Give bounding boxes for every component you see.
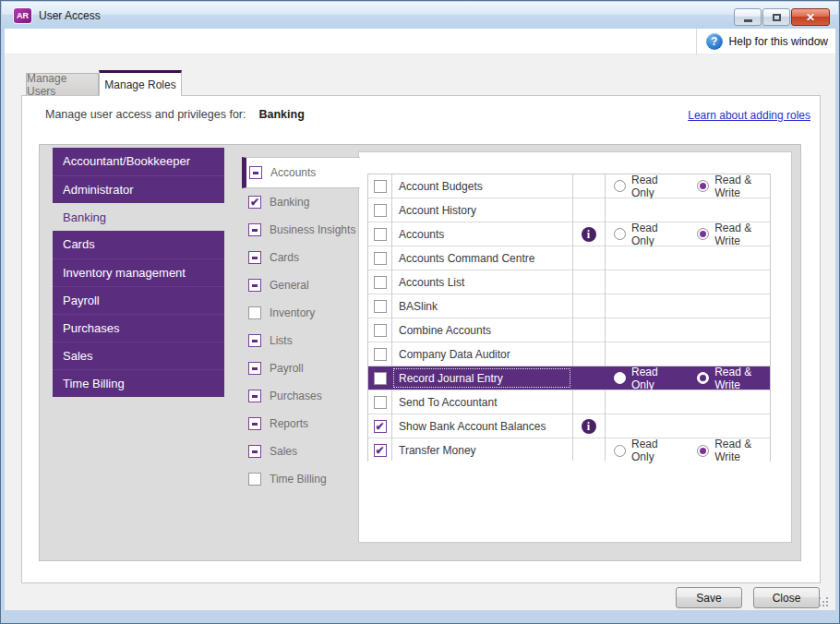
radio-read-write-accounts[interactable]: Read & Write: [697, 222, 770, 247]
radio-read-only-record-journal-entry-icon: [614, 372, 626, 384]
function-access-cell: [605, 390, 770, 414]
function-label: Send To Accountant: [391, 390, 572, 414]
radio-read-write-accounts-label: Read & Write: [714, 222, 770, 247]
category-checkbox-reports[interactable]: [248, 417, 261, 430]
function-row-transfer-money[interactable]: Transfer MoneyRead OnlyRead & Write: [368, 438, 770, 462]
category-item-accounts[interactable]: Accounts: [242, 157, 360, 188]
category-checkbox-accounts[interactable]: [249, 166, 262, 179]
function-checkbox-cell: [368, 414, 391, 438]
function-checkbox-accounts-list[interactable]: [374, 276, 387, 289]
function-row-record-journal-entry[interactable]: Record Journal EntryRead OnlyRead & Writ…: [368, 366, 770, 390]
category-item-reports[interactable]: Reports: [230, 410, 358, 438]
function-checkbox-account-history[interactable]: [374, 204, 387, 217]
function-row-baslink[interactable]: BASlink: [368, 294, 770, 318]
header-role-value: Banking: [258, 108, 304, 121]
role-item-time-billing[interactable]: Time Billing: [53, 369, 224, 397]
close-window-button[interactable]: ✕: [791, 8, 830, 26]
category-item-purchases[interactable]: Purchases: [230, 382, 358, 410]
function-label: Transfer Money: [391, 438, 572, 462]
radio-read-only-transfer-money[interactable]: Read Only: [614, 438, 675, 463]
info-icon[interactable]: i: [582, 419, 596, 434]
category-label: Sales: [270, 445, 297, 458]
function-checkbox-show-bank-account-balances[interactable]: [374, 420, 387, 433]
radio-read-write-record-journal-entry[interactable]: Read & Write: [697, 366, 770, 391]
resize-grip[interactable]: [819, 597, 830, 608]
radio-read-write-transfer-money[interactable]: Read & Write: [697, 438, 770, 463]
radio-read-write-account-budgets-label: Read & Write: [714, 174, 770, 199]
function-row-send-to-accountant[interactable]: Send To Accountant: [368, 390, 770, 414]
help-link[interactable]: ? Help for this window: [696, 29, 828, 54]
category-checkbox-payroll[interactable]: [248, 362, 261, 375]
function-checkbox-cell: [368, 222, 391, 246]
radio-read-only-account-budgets-icon: [614, 180, 626, 192]
category-checkbox-time-billing[interactable]: [248, 473, 261, 486]
minimize-button[interactable]: [734, 8, 762, 26]
role-item-accountant-bookkeeper[interactable]: Accountant/Bookkeeper: [53, 148, 224, 175]
category-item-business-insights[interactable]: Business Insights: [230, 216, 358, 244]
function-row-accounts[interactable]: AccountsiRead OnlyRead & Write: [368, 222, 770, 246]
function-checkbox-record-journal-entry[interactable]: [374, 372, 387, 385]
category-checkbox-business-insights[interactable]: [248, 223, 261, 236]
function-checkbox-transfer-money[interactable]: [374, 444, 387, 457]
function-row-account-history[interactable]: Account History: [368, 198, 770, 222]
function-row-accounts-command-centre[interactable]: Accounts Command Centre: [368, 246, 770, 270]
function-checkbox-account-budgets[interactable]: [374, 180, 387, 193]
function-row-combine-accounts[interactable]: Combine Accounts: [368, 318, 770, 342]
category-checkbox-inventory[interactable]: [248, 306, 261, 319]
category-checkbox-sales[interactable]: [248, 445, 261, 458]
learn-about-roles-link[interactable]: Learn about adding roles: [688, 109, 810, 122]
category-item-lists[interactable]: Lists: [230, 327, 358, 354]
category-item-banking[interactable]: Banking: [230, 188, 358, 216]
close-button[interactable]: Close: [753, 587, 820, 608]
function-info-cell: [572, 198, 605, 222]
radio-read-only-record-journal-entry[interactable]: Read Only: [614, 366, 675, 391]
function-row-account-budgets[interactable]: Account BudgetsRead OnlyRead & Write: [368, 174, 770, 198]
tab-manage-roles[interactable]: Manage Roles: [99, 70, 182, 96]
category-checkbox-general[interactable]: [248, 279, 261, 292]
function-row-show-bank-account-balances[interactable]: Show Bank Account Balancesi: [368, 414, 770, 438]
category-item-sales[interactable]: Sales: [230, 438, 358, 465]
role-item-inventory-management[interactable]: Inventory management: [53, 258, 224, 286]
maximize-button[interactable]: [762, 8, 790, 26]
category-checkbox-banking[interactable]: [248, 196, 261, 209]
role-item-cards[interactable]: Cards: [53, 231, 224, 258]
role-item-administrator[interactable]: Administrator: [53, 175, 224, 203]
radio-read-write-account-budgets[interactable]: Read & Write: [697, 174, 770, 199]
category-item-time-billing[interactable]: Time Billing: [230, 465, 358, 493]
category-item-payroll[interactable]: Payroll: [230, 354, 358, 382]
function-label: Accounts: [391, 222, 572, 246]
function-info-cell: i: [572, 414, 605, 438]
radio-read-write-accounts-icon: [697, 228, 709, 240]
close-icon: ✕: [806, 12, 815, 23]
function-access-cell: Read OnlyRead & Write: [605, 438, 770, 462]
radio-read-only-account-budgets[interactable]: Read Only: [614, 174, 675, 199]
role-item-sales[interactable]: Sales: [53, 342, 224, 369]
function-checkbox-cell: [368, 390, 391, 414]
help-strip: ? Help for this window: [5, 29, 835, 54]
function-row-accounts-list[interactable]: Accounts List: [368, 270, 770, 294]
function-info-cell: i: [572, 222, 605, 246]
role-item-purchases[interactable]: Purchases: [53, 314, 224, 342]
function-checkbox-combine-accounts[interactable]: [374, 324, 387, 337]
category-item-cards[interactable]: Cards: [230, 244, 358, 271]
radio-read-only-record-journal-entry-label: Read Only: [631, 366, 675, 391]
function-checkbox-baslink[interactable]: [374, 300, 387, 313]
info-icon[interactable]: i: [582, 227, 596, 242]
role-item-payroll[interactable]: Payroll: [53, 286, 224, 314]
category-checkbox-cards[interactable]: [248, 251, 261, 264]
function-checkbox-accounts[interactable]: [374, 228, 387, 241]
function-checkbox-company-data-auditor[interactable]: [374, 348, 387, 361]
function-checkbox-accounts-command-centre[interactable]: [374, 252, 387, 265]
tab-manage-users[interactable]: Manage Users: [26, 73, 99, 95]
function-checkbox-send-to-accountant[interactable]: [374, 396, 387, 409]
radio-read-write-account-budgets-icon: [697, 180, 709, 192]
category-item-inventory[interactable]: Inventory: [230, 299, 358, 327]
function-row-company-data-auditor[interactable]: Company Data Auditor: [368, 342, 770, 366]
category-checkbox-lists[interactable]: [248, 334, 261, 347]
role-item-banking[interactable]: Banking: [53, 203, 224, 231]
category-checkbox-purchases[interactable]: [248, 390, 261, 402]
work-area: Accountant/BookkeeperAdministratorBankin…: [39, 144, 801, 561]
radio-read-only-accounts[interactable]: Read Only: [614, 222, 675, 247]
category-item-general[interactable]: General: [230, 271, 358, 299]
save-button[interactable]: Save: [676, 587, 742, 608]
